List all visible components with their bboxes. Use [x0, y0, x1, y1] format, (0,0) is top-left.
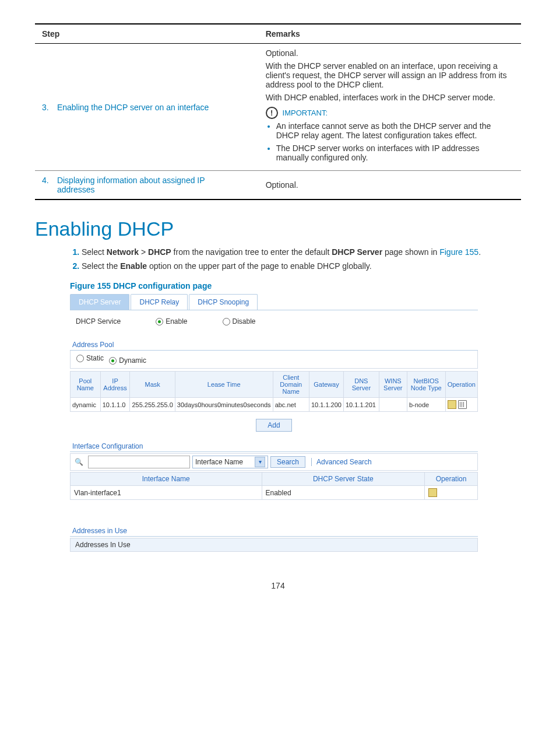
remark-bullet: The DHCP server works on interfaces with…	[276, 144, 514, 162]
page-number: 174	[35, 581, 521, 590]
figure-caption: Figure 155 DHCP configuration page	[70, 281, 521, 290]
dhcp-service-label: DHCP Service	[76, 317, 121, 326]
radio-enable[interactable]: Enable	[156, 317, 187, 326]
step-number: 4.	[42, 176, 55, 185]
advanced-search-link[interactable]: Advanced Search	[311, 458, 372, 466]
interface-config-header: Interface Configuration	[70, 439, 478, 452]
step-row-3: 3. Enabling the DHCP server on an interf…	[35, 44, 521, 171]
th-iface-name[interactable]: Interface Name	[71, 473, 262, 486]
address-pool-header: Address Pool	[70, 337, 478, 351]
th-gateway[interactable]: Gateway	[309, 372, 343, 398]
th-dns[interactable]: DNS Server	[343, 372, 379, 398]
tab-dhcp-snooping[interactable]: DHCP Snooping	[189, 294, 258, 310]
step-link[interactable]: Enabling the DHCP server on an interface	[57, 103, 220, 112]
steps-table: Step Remarks 3. Enabling the DHCP server…	[35, 23, 521, 200]
section-heading: Enabling DHCP	[35, 218, 521, 240]
th-server-state[interactable]: DHCP Server State	[262, 473, 425, 486]
remark-text: With the DHCP server enabled on an inter…	[266, 61, 514, 89]
remark-text: With DHCP enabled, interfaces work in th…	[266, 93, 514, 102]
tab-dhcp-relay[interactable]: DHCP Relay	[131, 294, 188, 310]
th-wins[interactable]: WINS Server	[379, 372, 407, 398]
search-field-select[interactable]: Interface Name▾	[192, 456, 268, 468]
chevron-down-icon: ▾	[255, 457, 265, 467]
edit-icon[interactable]	[448, 400, 456, 409]
iface-row: Vlan-interface1 Enabled	[71, 486, 478, 500]
important-icon: !	[266, 107, 278, 119]
remark-bullet: An interface cannot serve as both the DH…	[276, 121, 514, 140]
th-netbios[interactable]: NetBIOS Node Type	[407, 372, 445, 398]
th-domain[interactable]: Client Domain Name	[273, 372, 309, 398]
search-input[interactable]	[88, 456, 190, 468]
important-label: IMPORTANT:	[283, 108, 328, 117]
th-step: Step	[35, 24, 259, 44]
instruction-step: Select Network > DHCP from the navigatio…	[82, 247, 521, 257]
th-operation: Operation	[425, 473, 478, 486]
interface-table: Interface Name DHCP Server State Operati…	[70, 472, 478, 500]
remark-text: Optional.	[259, 171, 521, 200]
add-button[interactable]: Add	[256, 419, 292, 432]
step-row-4: 4. Displaying information about assigned…	[35, 171, 521, 200]
step-number: 3.	[42, 103, 55, 112]
figure-link[interactable]: Figure 155	[439, 247, 478, 257]
pool-row: dynamic 10.1.1.0 255.255.255.0 30days0ho…	[71, 398, 478, 412]
addresses-in-use-header: Addresses in Use	[70, 523, 478, 537]
th-lease[interactable]: Lease Time	[175, 372, 273, 398]
search-icon: 🔍	[72, 458, 86, 466]
instruction-step: Select the Enable option on the upper pa…	[82, 261, 521, 271]
address-pool-table: Pool Name IP Address Mask Lease Time Cli…	[70, 371, 478, 412]
step-link[interactable]: Displaying information about assigned IP…	[57, 176, 220, 194]
th-operation: Operation	[445, 372, 477, 398]
tab-dhcp-server[interactable]: DHCP Server	[70, 294, 129, 310]
th-mask[interactable]: Mask	[130, 372, 175, 398]
remark-text: Optional.	[266, 48, 514, 58]
th-ip[interactable]: IP Address	[100, 372, 130, 398]
delete-icon[interactable]	[458, 400, 467, 409]
edit-icon[interactable]	[428, 488, 437, 497]
th-remarks: Remarks	[259, 24, 521, 44]
radio-disable[interactable]: Disable	[223, 317, 256, 326]
radio-static[interactable]: Static	[76, 354, 104, 362]
addresses-in-use-box[interactable]: Addresses In Use	[70, 538, 478, 552]
search-button[interactable]: Search	[270, 456, 305, 468]
screenshot: DHCP Server DHCP Relay DHCP Snooping DHC…	[70, 294, 478, 552]
radio-dynamic[interactable]: Dynamic	[109, 356, 146, 365]
th-pool-name[interactable]: Pool Name	[71, 372, 101, 398]
